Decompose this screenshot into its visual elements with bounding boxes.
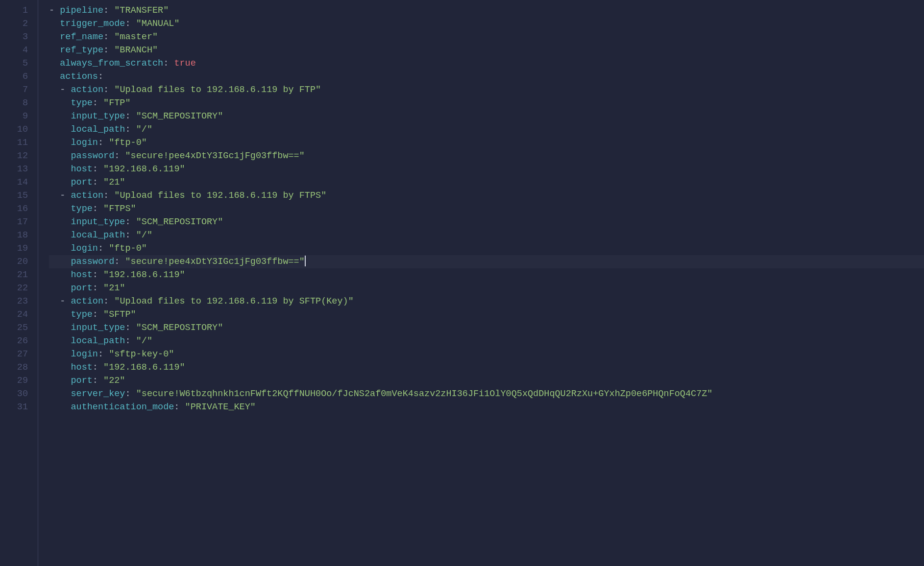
code-line[interactable]: port: "22" bbox=[49, 374, 924, 387]
yaml-key: local_path bbox=[71, 336, 125, 346]
line-number: 1 bbox=[0, 4, 28, 17]
code-line[interactable]: local_path: "/" bbox=[49, 123, 924, 136]
yaml-string: "/" bbox=[136, 124, 152, 135]
yaml-string: "BRANCH" bbox=[114, 45, 158, 55]
yaml-string: "Upload files to 192.168.6.119 by SFTP(K… bbox=[114, 296, 353, 307]
line-number: 19 bbox=[0, 242, 28, 255]
line-number: 24 bbox=[0, 308, 28, 321]
text-cursor bbox=[305, 256, 306, 266]
line-number: 18 bbox=[0, 229, 28, 242]
yaml-string: "SCM_REPOSITORY" bbox=[136, 217, 223, 227]
yaml-key: password bbox=[71, 257, 114, 267]
yaml-string: "SFTP" bbox=[103, 309, 136, 320]
yaml-key: local_path bbox=[71, 230, 125, 240]
line-number: 14 bbox=[0, 176, 28, 189]
yaml-key: login bbox=[71, 243, 98, 254]
yaml-key: pipeline bbox=[60, 5, 103, 16]
line-number: 25 bbox=[0, 321, 28, 334]
code-line[interactable]: - pipeline: "TRANSFER" bbox=[49, 4, 924, 17]
yaml-string: "FTP" bbox=[103, 98, 131, 108]
code-line[interactable]: authentication_mode: "PRIVATE_KEY" bbox=[49, 401, 924, 414]
yaml-key: action bbox=[71, 190, 103, 201]
yaml-key: ref_name bbox=[60, 32, 103, 42]
line-number: 10 bbox=[0, 123, 28, 136]
code-line[interactable]: always_from_scratch: true bbox=[49, 57, 924, 70]
yaml-key: login bbox=[71, 349, 98, 359]
code-line[interactable]: type: "SFTP" bbox=[49, 308, 924, 321]
line-number: 27 bbox=[0, 348, 28, 361]
line-number: 22 bbox=[0, 282, 28, 295]
yaml-string: "192.168.6.119" bbox=[103, 164, 185, 174]
code-line[interactable]: - action: "Upload files to 192.168.6.119… bbox=[49, 83, 924, 96]
yaml-key: server_key bbox=[71, 389, 125, 399]
code-line[interactable]: host: "192.168.6.119" bbox=[49, 163, 924, 176]
code-line[interactable]: login: "ftp-0" bbox=[49, 136, 924, 149]
code-line[interactable]: type: "FTP" bbox=[49, 96, 924, 110]
code-line[interactable]: trigger_mode: "MANUAL" bbox=[49, 17, 924, 30]
code-line[interactable]: password: "secure!pee4xDtY3IGc1jFg03ffbw… bbox=[49, 149, 924, 163]
yaml-key: login bbox=[71, 138, 98, 148]
yaml-string: "Upload files to 192.168.6.119 by FTPS" bbox=[114, 190, 326, 201]
line-number: 28 bbox=[0, 361, 28, 374]
yaml-string: "21" bbox=[103, 177, 125, 188]
code-line[interactable]: ref_type: "BRANCH" bbox=[49, 44, 924, 57]
code-line[interactable]: - action: "Upload files to 192.168.6.119… bbox=[49, 295, 924, 308]
yaml-key: host bbox=[71, 164, 92, 174]
yaml-key: type bbox=[71, 98, 92, 108]
line-number: 5 bbox=[0, 57, 28, 70]
code-line[interactable]: port: "21" bbox=[49, 176, 924, 189]
yaml-key: input_type bbox=[71, 217, 125, 227]
yaml-string: "21" bbox=[103, 283, 125, 293]
yaml-key: ref_type bbox=[60, 45, 103, 55]
code-line[interactable]: - action: "Upload files to 192.168.6.119… bbox=[49, 189, 924, 202]
line-number: 11 bbox=[0, 136, 28, 149]
yaml-string: "secure!pee4xDtY3IGc1jFg03ffbw==" bbox=[125, 257, 304, 267]
yaml-key: trigger_mode bbox=[60, 19, 125, 29]
line-number: 7 bbox=[0, 83, 28, 96]
code-line[interactable]: local_path: "/" bbox=[49, 334, 924, 348]
line-number: 17 bbox=[0, 215, 28, 229]
yaml-boolean: true bbox=[174, 58, 195, 69]
code-line[interactable]: input_type: "SCM_REPOSITORY" bbox=[49, 321, 924, 334]
line-number: 2 bbox=[0, 17, 28, 30]
code-line[interactable]: server_key: "secure!W6tbzqhnkh1cnFWft2KQ… bbox=[49, 387, 924, 401]
code-area[interactable]: - pipeline: "TRANSFER" trigger_mode: "MA… bbox=[38, 0, 924, 566]
line-number: 20 bbox=[0, 255, 28, 268]
code-line[interactable]: actions: bbox=[49, 70, 924, 83]
yaml-key: input_type bbox=[71, 111, 125, 121]
yaml-string: "SCM_REPOSITORY" bbox=[136, 111, 223, 121]
code-line[interactable]: host: "192.168.6.119" bbox=[49, 268, 924, 282]
yaml-key: host bbox=[71, 362, 92, 373]
line-number: 8 bbox=[0, 96, 28, 110]
yaml-string: "ftp-0" bbox=[109, 138, 147, 148]
line-number: 15 bbox=[0, 189, 28, 202]
code-editor[interactable]: 1234567891011121314151617181920212223242… bbox=[0, 0, 924, 566]
code-line[interactable]: input_type: "SCM_REPOSITORY" bbox=[49, 215, 924, 229]
line-number: 21 bbox=[0, 268, 28, 282]
code-line[interactable]: local_path: "/" bbox=[49, 229, 924, 242]
line-number: 6 bbox=[0, 70, 28, 83]
code-line[interactable]: login: "sftp-key-0" bbox=[49, 348, 924, 361]
code-line[interactable]: login: "ftp-0" bbox=[49, 242, 924, 255]
code-line[interactable]: input_type: "SCM_REPOSITORY" bbox=[49, 110, 924, 123]
yaml-string: "ftp-0" bbox=[109, 243, 147, 254]
code-line[interactable]: ref_name: "master" bbox=[49, 30, 924, 44]
code-line[interactable]: type: "FTPS" bbox=[49, 202, 924, 215]
yaml-string: "192.168.6.119" bbox=[103, 362, 185, 373]
yaml-string: "/" bbox=[136, 230, 152, 240]
code-line[interactable]: password: "secure!pee4xDtY3IGc1jFg03ffbw… bbox=[49, 255, 924, 268]
code-line[interactable]: port: "21" bbox=[49, 282, 924, 295]
yaml-string: "Upload files to 192.168.6.119 by FTP" bbox=[114, 85, 321, 95]
line-number-gutter: 1234567891011121314151617181920212223242… bbox=[0, 0, 38, 566]
yaml-string: "FTPS" bbox=[103, 204, 136, 214]
line-number: 29 bbox=[0, 374, 28, 387]
yaml-string: "22" bbox=[103, 376, 125, 386]
yaml-string: "MANUAL" bbox=[136, 19, 180, 29]
line-number: 23 bbox=[0, 295, 28, 308]
yaml-key: port bbox=[71, 177, 92, 188]
yaml-string: "TRANSFER" bbox=[114, 5, 169, 16]
line-number: 3 bbox=[0, 30, 28, 44]
line-number: 9 bbox=[0, 110, 28, 123]
yaml-string: "sftp-key-0" bbox=[109, 349, 174, 359]
code-line[interactable]: host: "192.168.6.119" bbox=[49, 361, 924, 374]
